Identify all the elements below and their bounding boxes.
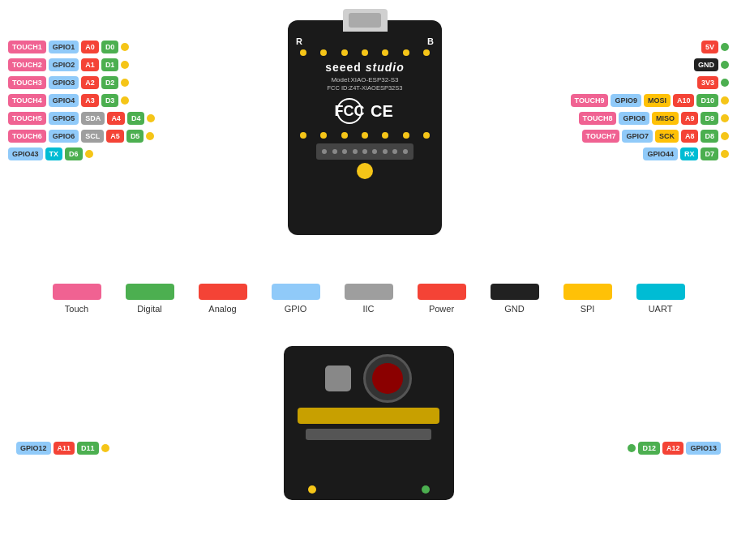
left-pin-group: TOUCH1 GPIO1 A0 D0 TOUCH2 GPIO2 A1 D1 TO… <box>8 41 155 160</box>
d8-badge: D8 <box>701 130 718 143</box>
legend-iic-color <box>345 284 393 300</box>
touch7-badge: TOUCH7 <box>582 130 620 143</box>
right-pin-dot-6 <box>721 132 729 140</box>
gpio3-badge: GPIO3 <box>49 76 79 89</box>
r-label: R <box>296 36 302 46</box>
microcontroller-board: R B seeed studio Model:XIAO-ESP32-S3 FCC… <box>288 20 442 235</box>
legend-uart: UART <box>636 284 685 314</box>
right-pin-row-1: 5V <box>571 41 729 53</box>
camera-top <box>296 354 442 403</box>
a3-badge: A3 <box>81 94 99 107</box>
bottom-connector-cam <box>306 429 431 440</box>
legend-digital-label: Digital <box>137 304 162 314</box>
right-pin-dot-2 <box>721 61 729 69</box>
3v3-badge: 3V3 <box>697 76 718 89</box>
d5-badge: D5 <box>126 130 144 143</box>
right-pin-dot-4 <box>721 96 729 105</box>
rb-labels: R B <box>288 33 442 49</box>
legend-spi-color <box>563 284 612 300</box>
scl-badge: SCL <box>81 130 104 143</box>
pin-row-7: GPIO43 TX D6 <box>8 147 155 160</box>
usb-connector <box>343 9 388 32</box>
pin-row-5: TOUCH5 GPIO5 SDA A4 D4 <box>8 112 155 125</box>
legend-digital: Digital <box>126 284 174 314</box>
touch9-badge: TOUCH9 <box>571 94 609 107</box>
rx-badge: RX <box>680 147 699 160</box>
component-rect <box>325 365 351 391</box>
d11-badge: D11 <box>77 442 99 455</box>
gpio43-badge: GPIO43 <box>8 147 43 160</box>
pin-dot-5 <box>147 114 155 122</box>
pin-row-4: TOUCH4 GPIO4 A3 D3 <box>8 94 155 107</box>
a1-badge: A1 <box>81 58 99 71</box>
a10-badge: A10 <box>673 94 695 107</box>
legend: Touch Digital Analog GPIO IIC Power GND <box>0 276 737 330</box>
touch2-badge: TOUCH2 <box>8 58 46 71</box>
legend-uart-label: UART <box>649 304 673 314</box>
miso-badge: MISO <box>652 112 679 125</box>
gpio1-badge: GPIO1 <box>49 41 79 53</box>
fcc-id-label: FCC ID:Z4T-XIAOESP32S3 <box>325 84 405 92</box>
touch3-badge: TOUCH3 <box>8 76 46 89</box>
a2-badge: A2 <box>81 76 99 89</box>
legend-gpio-label: GPIO <box>285 304 307 314</box>
tx-badge: TX <box>45 147 63 160</box>
brand-label: seeed <box>325 61 366 74</box>
a0-badge: A0 <box>81 41 99 53</box>
board-text: seeed studio Model:XIAO-ESP32-S3 FCC ID:… <box>321 61 409 92</box>
pin-dot-7 <box>85 150 93 158</box>
gold-connector <box>298 408 439 424</box>
legend-spi: SPI <box>563 284 612 314</box>
pin-dot-2 <box>121 61 129 69</box>
legend-spi-label: SPI <box>581 304 595 314</box>
model-label: Model:XIAO-ESP32-S3 <box>325 76 405 83</box>
right-pin-row-5: D9 A9 MISO GPIO8 TOUCH8 <box>571 112 729 125</box>
fcc-logo: FCC <box>336 98 362 124</box>
bottom-left-pins: GPIO12 A11 D11 <box>16 442 109 455</box>
d4-badge: D4 <box>127 112 145 125</box>
touch6-badge: TOUCH6 <box>8 130 46 143</box>
bottom-connector <box>316 143 413 160</box>
camera-lens-inner <box>372 363 403 394</box>
right-pin-row-7: D7 RX GPIO44 <box>571 147 729 160</box>
right-pin-row-6: D8 A8 SCK GPIO7 TOUCH7 <box>571 130 729 143</box>
a11-badge: A11 <box>54 442 75 455</box>
br-dot <box>628 444 636 452</box>
pin-dot-1 <box>121 43 129 51</box>
a8-badge: A8 <box>681 130 699 143</box>
a4-badge: A4 <box>107 112 125 125</box>
pin-dot-3 <box>121 79 129 87</box>
ce-logo: CE <box>371 102 393 121</box>
gpio2-badge: GPIO2 <box>49 58 79 71</box>
sck-badge: SCK <box>655 130 679 143</box>
legend-iic: IIC <box>345 284 393 314</box>
gpio5-badge: GPIO5 <box>49 112 79 125</box>
board-led <box>357 163 373 179</box>
bottom-diagram: GPIO12 A11 D11 GPIO13 A12 D12 <box>0 338 737 524</box>
gnd-badge: GND <box>694 58 718 71</box>
legend-power: Power <box>418 284 466 314</box>
legend-analog-color <box>199 284 247 300</box>
pin-row-3: TOUCH3 GPIO3 A2 D2 <box>8 76 155 89</box>
pin-row-1: TOUCH1 GPIO1 A0 D0 <box>8 41 155 53</box>
page: R B seeed studio Model:XIAO-ESP32-S3 FCC… <box>0 0 737 532</box>
gpio8-badge: GPIO8 <box>619 112 649 125</box>
camera-board <box>284 346 454 500</box>
legend-power-label: Power <box>429 304 454 314</box>
d3-badge: D3 <box>101 94 119 107</box>
gpio9-badge: GPIO9 <box>611 94 641 107</box>
d2-badge: D2 <box>101 76 119 89</box>
legend-analog: Analog <box>199 284 247 314</box>
left-dot <box>308 485 316 494</box>
b-label: B <box>427 36 434 46</box>
touch8-badge: TOUCH8 <box>579 112 617 125</box>
gpio13-badge: GPIO13 <box>686 442 721 455</box>
sda-badge: SDA <box>81 112 105 125</box>
legend-uart-color <box>636 284 685 300</box>
d1-badge: D1 <box>101 58 119 71</box>
legend-touch-label: Touch <box>65 304 88 314</box>
bottom-right-pins: GPIO13 A12 D12 <box>628 442 721 455</box>
a9-badge: A9 <box>681 112 699 125</box>
right-dot <box>422 485 430 494</box>
certification-logos: FCC CE <box>336 98 393 124</box>
